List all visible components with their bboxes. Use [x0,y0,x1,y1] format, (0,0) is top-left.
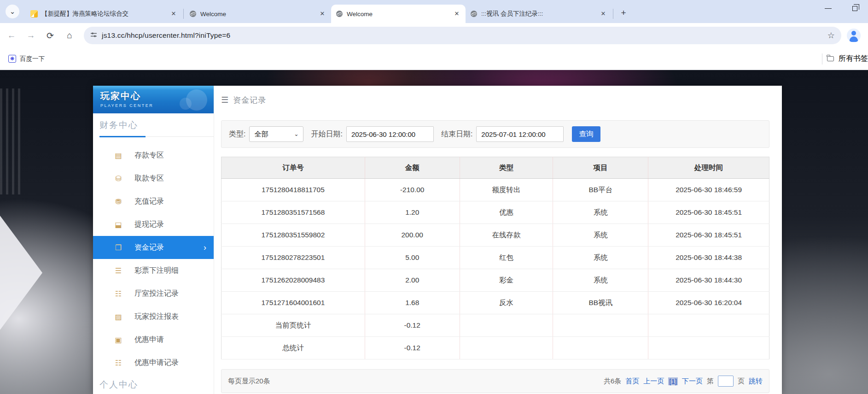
table-cell: 系统 [553,247,648,269]
list-check-icon: ☷ [113,359,123,367]
table-cell: 优惠 [460,201,553,224]
yellow-doc-favicon-icon [30,10,38,18]
banner-subtitle: PLAYERS CENTER [100,103,214,108]
table-cell: 1751271604001601 [221,292,365,314]
table-row: 17512620280094832.00彩金系统2025-06-30 18:44… [221,269,769,292]
jump-page-input[interactable] [718,376,734,387]
total-count: 共6条 [604,377,621,386]
url-text[interactable]: js13.cc/hhcp/usercenter.html?iniType=6 [102,31,827,40]
sidebar-item[interactable]: ⛃充值记录 [93,190,214,213]
tab-1[interactable]: 【新提醒】海燕策略论坛综合交✕ [26,5,182,23]
tab-4[interactable]: :::视讯 会员下注纪录:::✕ [466,5,612,23]
site-info-icon[interactable] [90,31,97,40]
report-icon: ▨ [113,312,123,321]
table-row: 当前页统计-0.12 [221,314,769,337]
bookmark-star-icon[interactable]: ☆ [827,30,835,41]
restore-button[interactable] [841,0,868,17]
bookmark-baidu[interactable]: ❋ 百度一下 [8,55,45,63]
table-cell: 系统 [553,224,648,247]
table-cell: 1751280351559802 [221,224,365,247]
column-header: 类型 [460,157,553,179]
globe-favicon-icon [189,10,197,18]
table-cell: 1751280278223501 [221,247,365,269]
sidebar-item[interactable]: ☰彩票下注明细 [93,259,214,282]
sidebar-item[interactable]: ☷优惠申请记录 [93,351,214,374]
withdraw-hand-icon: ⛁ [113,174,123,183]
table-cell: 在线存款 [460,224,553,247]
page-header: ☰ 资金记录 [221,95,769,105]
table-cell [460,337,553,359]
table-cell: -0.12 [365,337,460,359]
sidebar-item[interactable]: ▤存款专区 [93,144,214,167]
prev-page-link[interactable]: 上一页 [643,377,664,386]
minimize-button[interactable] [815,0,841,17]
list-check-icon: ☷ [113,289,123,298]
end-date-input[interactable] [476,126,564,142]
table-cell: 1.68 [365,292,460,314]
table-cell: 系统 [553,269,648,292]
sidebar-item-label: 优惠申请记录 [134,358,179,368]
tab-2[interactable]: Welcome✕ [185,5,331,23]
table-cell [460,314,553,337]
first-page-link[interactable]: 首页 [625,377,639,386]
start-date-input[interactable] [346,126,434,142]
column-header: 项目 [553,157,648,179]
new-tab-button[interactable]: + [617,6,630,19]
sidebar-item-label: 存款专区 [134,151,164,160]
menu-toggle-icon[interactable]: ☰ [221,95,228,105]
divider [822,53,822,65]
tab-divider [613,9,613,19]
table-cell [553,337,648,359]
restore-icon [852,6,857,11]
type-select[interactable]: 全部 ⌄ [249,126,303,142]
next-page-link[interactable]: 下一页 [682,377,703,386]
funds-icon: ❐ [113,243,123,252]
page-size-label: 每页显示20条 [228,377,270,386]
pagination-controls: 共6条 首页 上一页 [1] 下一页 第 页 跳转 [604,376,763,387]
tab-3-active[interactable]: Welcome✕ [331,5,466,23]
home-button[interactable]: ⌂ [62,28,77,43]
reload-button[interactable]: ⟳ [42,28,58,43]
sidebar-item[interactable]: ▨玩家投注报表 [93,305,214,328]
all-bookmarks[interactable]: 所有书签 [822,53,868,65]
table-cell: 2025-06-30 18:45:51 [648,201,769,224]
address-bar[interactable]: js13.cc/hhcp/usercenter.html?iniType=6 ☆ [84,27,841,44]
sidebar-item[interactable]: ☷厅室投注记录 [93,282,214,305]
window-controls [815,0,868,17]
player-center-panel: 玩家中心 PLAYERS CENTER 财务中心 ▤存款专区⛁取款专区⛃充值记录… [93,86,782,394]
table-cell [648,314,769,337]
sidebar-item[interactable]: ⛁取款专区 [93,167,214,190]
search-button[interactable]: 查询 [572,126,600,142]
browser-toolbar: ← → ⟳ ⌂ js13.cc/hhcp/usercenter.html?ini… [0,23,868,48]
table-cell: 额度转出 [460,179,553,201]
table-cell: 2025-06-30 18:44:38 [648,247,769,269]
sidebar-item[interactable]: ▣优惠申请 [93,328,214,351]
sidebar-item[interactable]: ❐资金记录› [93,236,214,259]
tab-title: :::视讯 会员下注纪录::: [481,10,595,18]
chevron-down-icon: ⌄ [294,131,298,137]
forward-button[interactable]: → [23,28,39,43]
table-cell: 系统 [553,201,648,224]
table-cell: 当前页统计 [221,314,365,337]
tab-close-icon[interactable]: ✕ [599,10,607,18]
tab-close-icon[interactable]: ✕ [169,10,178,18]
main-content: ☰ 资金记录 类型: 全部 ⌄ 开始日期: 结束日期: 查询 订单号金额类型项目… [214,86,782,394]
jump-link[interactable]: 跳转 [749,377,763,386]
profile-avatar[interactable] [847,29,861,42]
sidebar-banner: 玩家中心 PLAYERS CENTER [93,86,214,113]
sidebar-item[interactable]: ⬓提现记录 [93,213,214,236]
table-cell: 5.00 [365,247,460,269]
sidebar-item-label: 充值记录 [134,197,164,206]
table-cell: BB平台 [553,179,648,201]
table-cell: 反水 [460,292,553,314]
tab-search-button[interactable]: ⌄ [6,5,19,18]
tab-close-icon[interactable]: ✕ [453,10,461,18]
back-button[interactable]: ← [4,28,19,43]
wallet-icon: ⬓ [113,220,123,229]
minimize-icon [825,8,832,9]
tab-close-icon[interactable]: ✕ [318,10,326,18]
table-cell [553,314,648,337]
table-cell: 2025-06-30 18:46:59 [648,179,769,201]
moneybag-icon: ⛃ [113,197,123,206]
filter-bar: 类型: 全部 ⌄ 开始日期: 结束日期: 查询 [221,120,769,148]
